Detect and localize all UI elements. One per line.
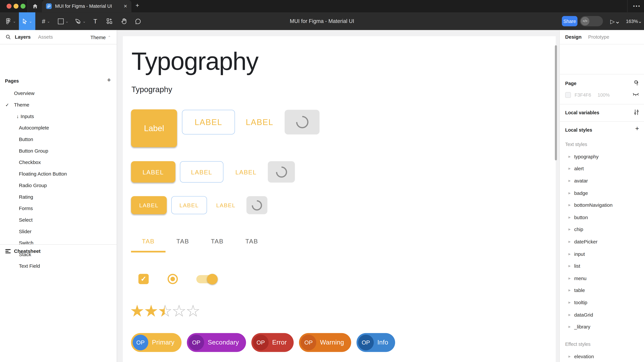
radio-selected[interactable] [168,274,178,284]
chip-secondary[interactable]: OP Secondary [187,333,246,352]
add-page-button[interactable]: + [107,76,111,84]
window-menu-button[interactable]: ••• [633,3,641,9]
style-item-chip[interactable]: ▶chip [560,224,644,236]
sidebar-item-overview[interactable]: Overview [0,88,117,99]
text-tool-button[interactable]: T [90,12,100,30]
typography-frame[interactable]: Typography Typography Label LABEL LABEL … [123,36,556,362]
share-button[interactable]: Share [562,16,578,26]
comment-tool-button[interactable] [132,12,144,30]
eye-closed-icon[interactable] [632,92,639,97]
sidebar-item-slider[interactable]: Slider [0,226,117,237]
style-item-avatar[interactable]: ▶avatar [560,175,644,187]
button-text-medium[interactable]: LABEL [228,161,264,183]
style-item-typography[interactable]: ▶typography [560,150,644,163]
sidebar-item-inputs[interactable]: ↓ Inputs [0,111,117,122]
sidebar-item-cheatsheet[interactable]: Cheatsheet [0,245,117,257]
switch-knob[interactable] [207,274,218,285]
style-item-table[interactable]: ▶table [560,284,644,297]
frame-tool-button[interactable]: # ⌄ [40,12,52,30]
canvas-tab-1[interactable]: TAB [131,232,166,250]
button-contained-medium[interactable]: LABEL [131,161,175,183]
dev-mode-toggle[interactable]: </> [580,16,603,26]
canvas[interactable]: Typography Typography Label LABEL LABEL … [117,30,560,362]
canvas-subheading[interactable]: Typography [132,85,172,94]
star-empty-icon[interactable]: ☆ [172,303,186,319]
sidebar-item-select[interactable]: Select [0,214,117,226]
style-item-menu[interactable]: ▶menu [560,272,644,284]
style-item-date-picker[interactable]: ▶datePicker [560,236,644,248]
sidebar-item-text-field[interactable]: Text Field [0,260,117,272]
tab-layers[interactable]: Layers [15,34,31,40]
page-switcher-dropdown[interactable]: Theme ⌃ [90,30,111,44]
sidebar-item-theme[interactable]: ✓ Theme [0,99,117,111]
star-half-icon[interactable]: ☆★ [158,303,172,319]
style-item-library[interactable]: ▶_library [560,321,644,333]
sidebar-item-floating-action-button[interactable]: Floating Action Button [0,168,117,180]
chip-primary[interactable]: OP Primary [131,333,182,352]
tab-design[interactable]: Design [565,34,582,40]
star-empty-icon[interactable]: ☆ [186,303,200,319]
minimize-window-button[interactable] [14,4,18,9]
local-variables-title[interactable]: Local variables [565,110,599,115]
button-loading-medium[interactable] [268,161,295,183]
star-full-icon[interactable]: ★ [130,303,144,319]
style-item-data-grid[interactable]: ▶dataGrid [560,309,644,321]
page-color-swatch[interactable] [565,92,571,98]
button-contained-large[interactable]: Label [131,109,177,147]
chevron-down-icon[interactable]: ⌄ [615,17,620,25]
page-color-opacity[interactable]: 100% [598,92,610,97]
close-tab-icon[interactable]: ✕ [124,4,127,9]
button-text-large[interactable]: LABEL [239,110,280,134]
style-item-badge[interactable]: ▶badge [560,187,644,199]
style-item-input[interactable]: ▶input [560,248,644,260]
button-loading-large[interactable] [284,110,320,134]
search-icon[interactable] [6,35,11,40]
close-window-button[interactable] [6,4,12,9]
main-menu-button[interactable]: ⌄ [3,12,18,30]
resources-tool-button[interactable] [104,12,115,30]
tab-prototype[interactable]: Prototype [588,34,609,40]
button-outlined-medium[interactable]: LABEL [180,161,224,183]
checkbox-checked[interactable]: ✓ [138,274,149,284]
sidebar-item-button-group[interactable]: Button Group [0,145,117,157]
canvas-tab-2[interactable]: TAB [166,232,200,250]
style-item-button[interactable]: ▶button [560,211,644,224]
styles-library-icon[interactable] [633,80,639,86]
switch-on[interactable] [196,274,218,285]
canvas-tab-3[interactable]: TAB [200,232,234,250]
chevron-down-icon[interactable]: ⌄ [29,19,32,23]
add-style-button[interactable]: + [635,125,639,132]
sidebar-item-checkbox[interactable]: Checkbox [0,157,117,168]
sidebar-item-autocomplete[interactable]: Autocomplete [0,122,117,134]
sidebar-item-forms[interactable]: Forms [0,203,117,214]
button-outlined-large[interactable]: LABEL [182,110,235,134]
button-contained-small[interactable]: LABEL [131,196,167,214]
page-color-hex[interactable]: F3F4F6 [574,92,591,97]
chip-info[interactable]: OP Info [356,333,395,352]
zoom-menu[interactable]: 163% ⌄ [626,12,642,30]
style-item-bottom-navigation[interactable]: ▶bottomNavigation [560,199,644,211]
style-item-elevation[interactable]: ▶elevation [560,350,644,362]
maximize-window-button[interactable] [20,4,26,9]
hand-tool-button[interactable] [118,12,130,30]
home-button[interactable] [28,0,42,12]
chip-error[interactable]: OP Error [251,333,294,352]
style-item-tooltip[interactable]: ▶tooltip [560,296,644,309]
style-item-list[interactable]: ▶list [560,260,644,272]
tab-assets[interactable]: Assets [38,34,53,40]
canvas-tab-4[interactable]: TAB [234,232,269,250]
star-full-icon[interactable]: ★ [144,303,158,319]
shape-tool-button[interactable]: ⌄ [57,12,70,30]
pen-tool-button[interactable]: ⌄ [74,12,87,30]
file-tab[interactable]: MUI for Figma - Material UI ✕ [42,0,132,12]
present-button[interactable]: ▷ ⌄ [610,12,620,30]
canvas-heading[interactable]: Typography [132,47,258,76]
move-tool-button[interactable]: ⌄ [19,12,36,30]
sidebar-item-button[interactable]: Button [0,134,117,145]
style-item-alert[interactable]: ▶alert [560,163,644,175]
button-loading-small[interactable] [246,196,268,214]
button-text-small[interactable]: LABEL [211,196,241,214]
variables-filter-icon[interactable] [634,109,639,115]
sidebar-item-rating[interactable]: Rating [0,191,117,203]
new-tab-button[interactable]: + [136,2,139,9]
